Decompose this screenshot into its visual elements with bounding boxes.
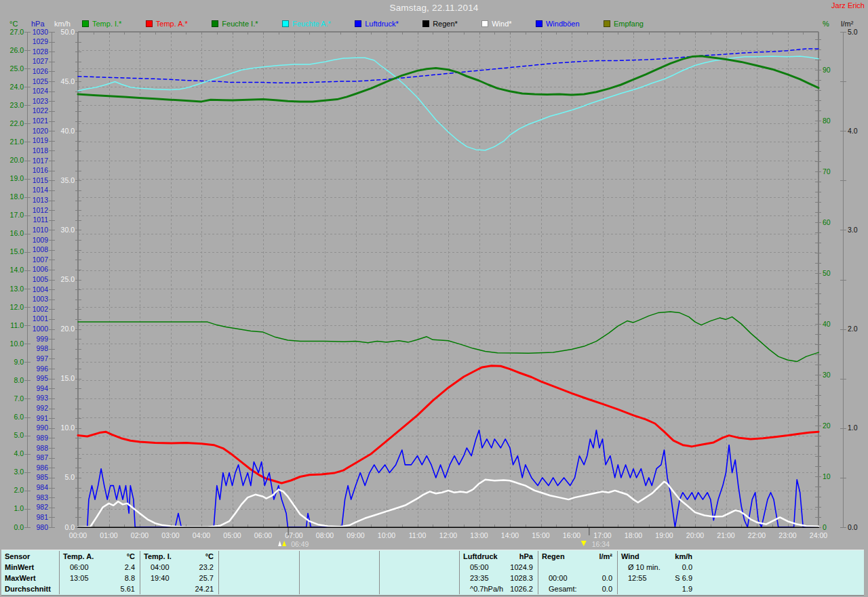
svg-text:1008: 1008 <box>33 245 49 253</box>
svg-text:993: 993 <box>36 394 48 402</box>
svg-text:50.0: 50.0 <box>61 28 75 36</box>
svg-text:1026: 1026 <box>33 67 49 75</box>
axis-pct: 0102030405060708090 <box>815 40 831 531</box>
table-divider <box>459 551 460 594</box>
svg-text:11:00: 11:00 <box>409 531 427 539</box>
svg-text:995: 995 <box>36 374 48 382</box>
table-divider <box>379 551 380 594</box>
svg-text:30: 30 <box>823 371 831 379</box>
sun-down-icon <box>581 541 587 546</box>
svg-text:25.0: 25.0 <box>61 275 75 283</box>
svg-text:988: 988 <box>36 444 48 452</box>
svg-text:13.0: 13.0 <box>10 285 24 293</box>
svg-text:16:34: 16:34 <box>592 540 610 548</box>
svg-text:5.0: 5.0 <box>14 431 24 439</box>
svg-text:1019: 1019 <box>33 136 49 144</box>
svg-text:16.0: 16.0 <box>10 229 24 237</box>
svg-text:27.0: 27.0 <box>10 28 24 36</box>
svg-text:26.0: 26.0 <box>10 46 24 54</box>
svg-text:990: 990 <box>36 424 48 432</box>
svg-text:80: 80 <box>823 117 831 125</box>
svg-text:02:00: 02:00 <box>131 531 149 539</box>
svg-text:23:00: 23:00 <box>778 531 796 539</box>
svg-text:22.0: 22.0 <box>10 119 24 127</box>
svg-text:1014: 1014 <box>33 186 49 194</box>
svg-text:24.0: 24.0 <box>10 83 24 91</box>
table-divider <box>218 551 219 594</box>
svg-text:1006: 1006 <box>33 265 49 273</box>
svg-text:998: 998 <box>36 344 48 352</box>
svg-text:984: 984 <box>36 483 48 491</box>
svg-text:70: 70 <box>823 167 831 176</box>
svg-text:0: 0 <box>823 523 827 531</box>
svg-text:09:00: 09:00 <box>347 531 364 539</box>
svg-text:30.0: 30.0 <box>61 226 75 234</box>
svg-text:986: 986 <box>36 464 48 472</box>
svg-text:1010: 1010 <box>33 226 49 234</box>
svg-text:1002: 1002 <box>33 305 49 313</box>
svg-text:13:00: 13:00 <box>470 531 488 539</box>
table-row-label: Sensor <box>5 552 30 560</box>
svg-text:40.0: 40.0 <box>61 127 75 135</box>
svg-text:981: 981 <box>36 513 48 521</box>
svg-text:1003: 1003 <box>33 295 49 303</box>
svg-text:40: 40 <box>823 320 831 328</box>
svg-text:03:00: 03:00 <box>161 531 179 539</box>
svg-text:17.0: 17.0 <box>10 211 24 219</box>
gridlines <box>78 32 818 527</box>
svg-text:1025: 1025 <box>33 77 49 85</box>
svg-text:980: 980 <box>36 523 48 531</box>
svg-text:04:00: 04:00 <box>193 531 210 539</box>
svg-text:60: 60 <box>823 218 831 226</box>
axis-hpa: 9809819829839849859869879889899909919929… <box>33 28 55 531</box>
svg-text:1.0: 1.0 <box>848 424 858 432</box>
svg-text:8.0: 8.0 <box>14 376 24 384</box>
svg-text:9.0: 9.0 <box>14 358 24 366</box>
svg-text:35.0: 35.0 <box>61 176 75 184</box>
svg-text:4.0: 4.0 <box>14 449 24 457</box>
svg-text:07:00: 07:00 <box>285 531 302 539</box>
svg-text:1016: 1016 <box>33 166 49 174</box>
svg-text:00:00: 00:00 <box>69 531 87 539</box>
svg-text:19.0: 19.0 <box>10 174 24 182</box>
svg-text:23.0: 23.0 <box>10 101 24 109</box>
svg-text:15.0: 15.0 <box>10 247 24 255</box>
svg-text:1020: 1020 <box>33 127 49 135</box>
svg-text:1030: 1030 <box>33 28 49 36</box>
sunrise-icon <box>278 541 281 546</box>
svg-text:5.0: 5.0 <box>848 28 858 36</box>
svg-text:10: 10 <box>823 472 831 480</box>
svg-text:0.0: 0.0 <box>64 523 75 531</box>
svg-text:2.0: 2.0 <box>848 325 858 333</box>
svg-text:06:00: 06:00 <box>254 531 272 539</box>
svg-text:1007: 1007 <box>33 255 49 264</box>
svg-text:1000: 1000 <box>33 325 49 333</box>
weather-chart[interactable]: 0.01.02.03.04.05.06.07.08.09.010.011.012… <box>0 0 868 597</box>
svg-text:24:00: 24:00 <box>810 531 827 539</box>
svg-text:20: 20 <box>823 421 831 430</box>
svg-text:989: 989 <box>36 434 48 442</box>
svg-text:982: 982 <box>36 503 48 511</box>
svg-text:20.0: 20.0 <box>10 156 24 164</box>
table-divider <box>538 551 538 594</box>
svg-text:15.0: 15.0 <box>61 374 75 382</box>
svg-text:21:00: 21:00 <box>717 531 734 539</box>
svg-text:1028: 1028 <box>33 47 49 56</box>
svg-text:01:00: 01:00 <box>100 531 117 539</box>
table-row-label: Durchschnitt <box>5 585 51 593</box>
svg-text:1005: 1005 <box>33 275 49 283</box>
svg-text:994: 994 <box>36 384 48 392</box>
svg-text:90: 90 <box>823 66 831 74</box>
axis-temp_c: 0.01.02.03.04.05.06.07.08.09.010.011.012… <box>10 28 31 531</box>
svg-text:983: 983 <box>36 493 48 501</box>
svg-text:05:00: 05:00 <box>223 531 241 539</box>
svg-text:06:49: 06:49 <box>291 540 309 548</box>
table-divider <box>59 551 60 594</box>
x-axis-labels: 00:0001:0002:0003:0004:0005:0006:0007:00… <box>69 531 827 539</box>
svg-text:1021: 1021 <box>33 117 49 125</box>
svg-text:19:00: 19:00 <box>655 531 673 539</box>
svg-text:0.0: 0.0 <box>848 523 858 531</box>
svg-text:21.0: 21.0 <box>10 138 24 146</box>
svg-text:1027: 1027 <box>33 57 49 65</box>
svg-text:50: 50 <box>823 269 831 277</box>
